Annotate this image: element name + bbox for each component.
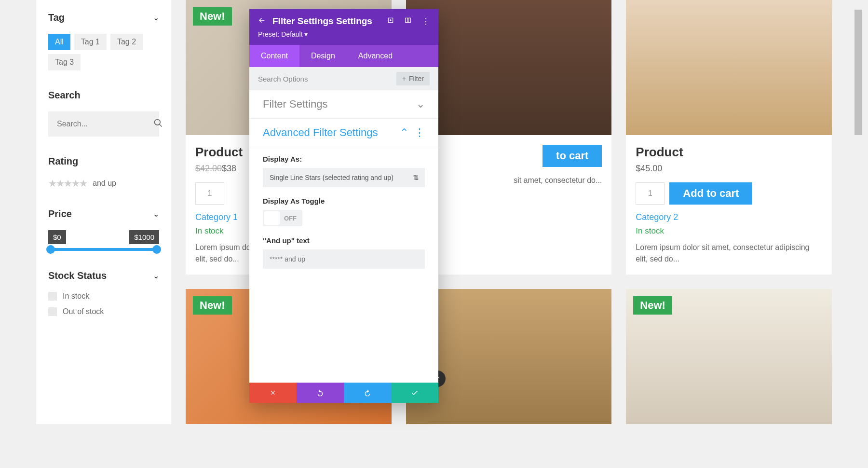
product-card: Product $45.00 Add to cart Category 2 In…: [626, 0, 832, 275]
checkbox-icon[interactable]: [48, 307, 57, 316]
price-max: $1000: [129, 230, 159, 244]
slider-handle-min[interactable]: [46, 245, 55, 254]
tag-title: Tag: [48, 12, 65, 23]
quantity-stepper[interactable]: [195, 182, 224, 205]
back-icon[interactable]: [258, 16, 266, 26]
stock-in[interactable]: In stock: [48, 292, 159, 301]
product-desc: sit amet, consectetur do...: [416, 175, 602, 186]
more-icon[interactable]: ⋮: [414, 126, 425, 139]
select-arrows-icon: ⇅: [412, 174, 418, 181]
save-button[interactable]: [391, 383, 438, 403]
scrollbar-thumb[interactable]: [854, 10, 862, 135]
product-title[interactable]: Product: [636, 145, 822, 160]
chevron-down-icon[interactable]: ⌄: [153, 209, 159, 219]
redo-button[interactable]: [344, 383, 391, 403]
new-badge: New!: [193, 7, 232, 26]
tab-content[interactable]: Content: [249, 45, 299, 67]
price-min: $0: [48, 230, 66, 244]
more-icon[interactable]: ⋮: [422, 17, 430, 26]
chevron-up-icon: ⌃: [400, 126, 408, 139]
rating-title: Rating: [48, 156, 78, 167]
tab-advanced[interactable]: Advanced: [347, 45, 404, 67]
panel-title: Filter Settings Settings: [272, 16, 380, 27]
preset-selector[interactable]: Preset: Default ▾: [258, 30, 430, 38]
plus-icon: +: [402, 75, 406, 83]
tag-3[interactable]: Tag 3: [48, 54, 81, 70]
chevron-down-icon[interactable]: ⌄: [153, 271, 159, 280]
old-price: $42.00: [195, 164, 222, 173]
search-options[interactable]: Search Options: [258, 75, 396, 83]
settings-panel: Filter Settings Settings ⋮ Preset: Defau…: [249, 9, 438, 403]
rating-filter[interactable]: ★★★★★ and up: [48, 178, 159, 189]
display-as-label: Display As:: [263, 155, 425, 163]
category-link[interactable]: Category 2: [636, 212, 822, 222]
product-desc: Lorem ipsum dolor sit amet, consectetur …: [636, 242, 822, 265]
search-title: Search: [48, 90, 81, 101]
new-badge: New!: [193, 296, 232, 315]
svg-point-0: [155, 120, 161, 125]
product-card: New!: [626, 289, 832, 424]
stock-title: Stock Status: [48, 270, 107, 281]
product-image[interactable]: New!: [626, 289, 832, 424]
product-image[interactable]: [626, 0, 832, 135]
new-badge: New!: [633, 296, 672, 315]
star-icon: ★★★★★: [48, 178, 87, 189]
svg-line-1: [160, 124, 162, 127]
add-to-cart-button[interactable]: Add to cart: [669, 182, 752, 205]
tag-2[interactable]: Tag 2: [110, 34, 143, 50]
filter-button[interactable]: +Filter: [396, 72, 430, 85]
slider-handle-max[interactable]: [152, 245, 161, 254]
chevron-down-icon[interactable]: ⌄: [153, 13, 159, 22]
cancel-button[interactable]: [249, 383, 297, 403]
display-as-select[interactable]: Single Line Stars (selected rating and u…: [263, 168, 425, 187]
tab-design[interactable]: Design: [299, 45, 347, 67]
display-toggle[interactable]: OFF: [263, 210, 302, 226]
checkbox-icon[interactable]: [48, 292, 57, 301]
chevron-down-icon: ⌄: [416, 98, 425, 110]
rating-text: and up: [93, 179, 116, 188]
andup-label: "And up" text: [263, 236, 425, 245]
price-title: Price: [48, 208, 72, 220]
tag-all[interactable]: All: [48, 34, 70, 50]
tag-1[interactable]: Tag 1: [74, 34, 107, 50]
columns-icon[interactable]: [405, 17, 411, 26]
add-to-cart-button[interactable]: to cart: [542, 145, 602, 167]
svg-rect-5: [408, 18, 411, 22]
toggle-label: Display As Toggle: [263, 197, 425, 205]
price: $38: [222, 164, 236, 173]
price: $45.00: [636, 164, 822, 174]
andup-input[interactable]: [263, 249, 425, 269]
section-advanced-filter[interactable]: Advanced Filter Settings ⌃ ⋮: [263, 126, 425, 139]
fullscreen-icon[interactable]: [387, 17, 394, 26]
svg-rect-4: [406, 18, 408, 22]
undo-button[interactable]: [297, 383, 344, 403]
section-filter-settings[interactable]: Filter Settings ⌄: [263, 98, 425, 110]
stock-status: In stock: [636, 226, 822, 236]
search-icon[interactable]: [153, 118, 163, 130]
stock-out[interactable]: Out of stock: [48, 307, 159, 316]
price-slider[interactable]: [48, 248, 159, 251]
quantity-stepper[interactable]: [636, 182, 665, 205]
svg-point-3: [390, 20, 391, 21]
sidebar: Tag ⌄ All Tag 1 Tag 2 Tag 3 Search Ratin…: [36, 0, 171, 424]
search-input[interactable]: [57, 120, 153, 128]
